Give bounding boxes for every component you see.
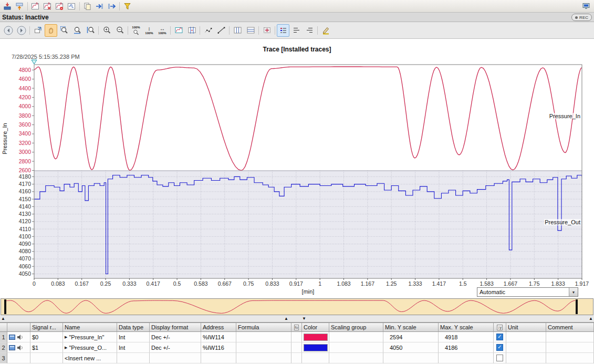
zoom-time-button[interactable] [71, 24, 84, 37]
status-text: Status: Inactive [2, 14, 49, 21]
cell-max-y[interactable]: 4918 [439, 332, 494, 342]
cell-display-format[interactable]: Dec +/- [150, 342, 201, 353]
cell-display-format[interactable] [150, 353, 201, 363]
cell-data-type[interactable]: Int [117, 332, 150, 342]
overview-strip[interactable] [1, 298, 593, 315]
zoom-value-button[interactable] [84, 24, 97, 37]
cell-formula-flag[interactable] [291, 342, 302, 353]
add-trace-icon[interactable] [30, 1, 41, 12]
cell-formula[interactable] [236, 332, 291, 342]
duplicate-trace-icon[interactable] [42, 1, 53, 12]
legend-button[interactable] [277, 24, 289, 37]
next-view-button[interactable] [15, 24, 28, 37]
legend-left-button[interactable] [290, 24, 303, 37]
svg-text:2600: 2600 [19, 167, 32, 173]
row-number[interactable]: 1 [0, 332, 7, 342]
cell-comment[interactable] [546, 332, 594, 342]
cell-name[interactable]: ▶"Pressure_O... [63, 342, 117, 353]
samples-button[interactable] [202, 24, 214, 37]
measure-cursors-button[interactable] [185, 24, 198, 37]
cell-formula[interactable] [236, 353, 291, 363]
zoom-out-button[interactable] [113, 24, 126, 37]
snap-to-samples-button[interactable] [260, 24, 273, 37]
y-scale-100-button[interactable]: 100% [143, 24, 155, 37]
chevron-down-icon[interactable]: ▼ [569, 288, 578, 296]
scale-mode-select[interactable]: Automatic ▼ [477, 287, 578, 297]
copy-measurement-icon[interactable] [82, 1, 93, 12]
vertical-gridlines-button[interactable] [231, 24, 244, 37]
collapse-up-icon[interactable]: ▲ [284, 316, 288, 322]
row-number[interactable]: 2 [0, 342, 7, 353]
expand-icon[interactable]: ▶ [65, 346, 67, 350]
background-color-button[interactable] [319, 24, 332, 37]
pane-splitter[interactable]: ▲ ▲ ▼ ▲ [0, 315, 594, 323]
import-measurement-icon[interactable] [94, 1, 105, 12]
download-to-device-icon[interactable] [2, 1, 13, 12]
cell-comment[interactable] [546, 353, 594, 363]
legend-right-button[interactable] [303, 24, 316, 37]
visible-checkbox[interactable] [496, 355, 503, 361]
cell-display-format[interactable]: Dec +/- [150, 332, 201, 342]
zoom-100-button[interactable]: 100% [130, 24, 142, 37]
cell-scaling-group[interactable] [329, 353, 383, 363]
export-measurement-icon[interactable] [106, 1, 117, 12]
cell-signal[interactable] [30, 353, 63, 363]
monitor-icon[interactable] [581, 1, 592, 12]
cell-min-y[interactable]: 4050 [383, 342, 439, 353]
zoom-in-button[interactable] [100, 24, 113, 37]
trace-settings-icon[interactable] [66, 1, 77, 12]
color-swatch[interactable] [304, 334, 328, 341]
cell-name-insert[interactable]: <Insert new ... [63, 353, 117, 363]
filter-icon[interactable] [122, 1, 133, 12]
trace-toolbar: 100% 100% 100% [0, 22, 594, 39]
collapse-down-icon[interactable]: ▼ [302, 316, 306, 322]
interpolation-button[interactable] [215, 24, 227, 37]
detach-view-button[interactable] [32, 24, 44, 37]
cell-data-type[interactable] [117, 353, 150, 363]
expand-icon[interactable]: ▶ [65, 335, 67, 339]
cell-formula[interactable] [236, 342, 291, 353]
trace-chart[interactable]: 2600280030003200340036003800400042004400… [0, 39, 594, 298]
cell-comment[interactable] [546, 342, 594, 353]
cell-name[interactable]: ▶"Pressure_In" [63, 332, 117, 342]
col-header-rownum [0, 323, 7, 332]
cell-formula-flag[interactable] [291, 353, 302, 363]
cell-max-y[interactable]: 4186 [439, 342, 494, 353]
cell-data-type[interactable]: Int [117, 342, 150, 353]
fit-curve-button[interactable] [172, 24, 185, 37]
cell-scaling-group[interactable] [329, 332, 383, 342]
horizontal-gridlines-button[interactable] [244, 24, 257, 37]
cell-unit[interactable] [506, 332, 546, 342]
range-handle-left[interactable] [4, 299, 6, 314]
row-number[interactable]: 3 [0, 353, 7, 363]
cell-signal[interactable]: $1 [30, 342, 63, 353]
visible-checkbox[interactable] [496, 334, 503, 340]
cell-address[interactable] [201, 353, 236, 363]
delete-trace-icon[interactable] [54, 1, 65, 12]
range-marker-left-icon[interactable]: ▲ [1, 316, 5, 322]
upload-from-device-icon[interactable] [14, 1, 25, 12]
cell-address[interactable]: %IW116 [201, 342, 236, 353]
visible-checkbox[interactable] [496, 344, 503, 351]
prev-view-button[interactable] [2, 24, 15, 37]
toolbar-separator [229, 26, 230, 35]
zoom-area-button[interactable] [58, 24, 70, 37]
x-scale-100-button[interactable]: 100% [156, 24, 169, 37]
cell-max-y[interactable] [439, 353, 494, 363]
cell-scaling-group[interactable] [329, 342, 383, 353]
color-swatch[interactable] [304, 344, 328, 351]
range-marker-right-icon[interactable]: ▲ [589, 316, 593, 322]
cell-min-y[interactable]: 2594 [383, 332, 439, 342]
cell-color[interactable] [302, 332, 329, 342]
cell-unit[interactable] [506, 342, 546, 353]
cell-min-y[interactable] [383, 353, 439, 363]
cell-color[interactable] [302, 353, 329, 363]
cell-signal[interactable]: $0 [30, 332, 63, 342]
cell-unit[interactable] [506, 353, 546, 363]
pan-button[interactable] [45, 24, 57, 37]
cell-address[interactable]: %IW114 [201, 332, 236, 342]
rec-button[interactable]: REC [571, 14, 592, 21]
cell-formula-flag[interactable] [291, 332, 302, 342]
range-handle-right[interactable] [576, 299, 578, 314]
cell-color[interactable] [302, 342, 329, 353]
